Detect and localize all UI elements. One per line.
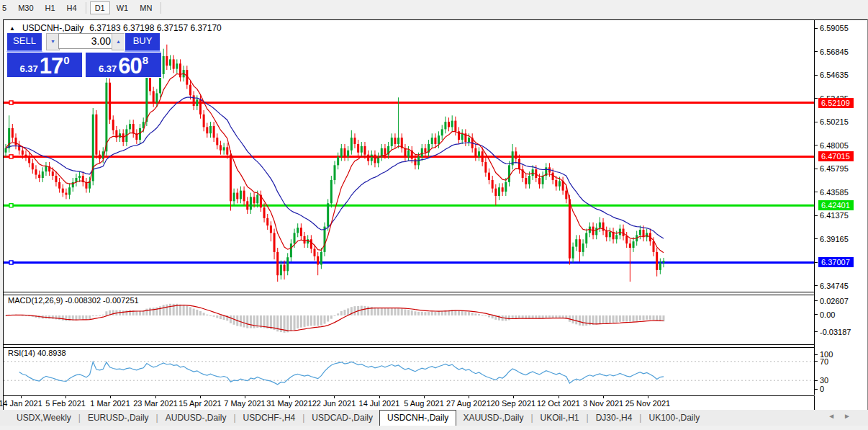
- macd-signal-line: [6, 305, 664, 331]
- timeframe-button-mn[interactable]: MN: [135, 1, 157, 14]
- date-axis-tick: [110, 396, 111, 398]
- chart-window[interactable]: ▲ USDCNH-,Daily 6.37183 6.37198 6.37157 …: [3, 19, 868, 411]
- tab-separator: |: [530, 413, 533, 423]
- price-axis-tick: 6.45795: [815, 164, 849, 173]
- buy-price-display[interactable]: 6.37 60 8: [85, 52, 162, 78]
- line-anchor-handle[interactable]: [9, 204, 13, 207]
- one-click-trade-panel: SELL ▼ 3.00 ▲ BUY 6.37 17 0 6.37 60 8: [6, 32, 161, 76]
- tab-separator: |: [587, 413, 589, 423]
- candles: [5, 45, 665, 282]
- line-price-tag: 6.52109: [818, 98, 854, 108]
- tab-uk100-daily[interactable]: UK100-,Daily: [642, 411, 706, 425]
- date-axis-tick: [559, 396, 559, 398]
- tab-ukoil-h1[interactable]: UKOil-,H1: [534, 411, 586, 425]
- price-chart-pane[interactable]: ▲ USDCNH-,Daily 6.37183 6.37198 6.37157 …: [4, 20, 815, 292]
- tab-audusd-daily[interactable]: AUDUSD-,Daily: [159, 411, 233, 425]
- date-axis-tick: [379, 396, 380, 398]
- chart-header: ▲ USDCNH-,Daily 6.37183 6.37198 6.37157 …: [9, 23, 222, 33]
- date-axis[interactable]: 14 Jan 20215 Feb 20211 Mar 202123 Mar 20…: [4, 395, 815, 411]
- timeframe-button-w1[interactable]: W1: [112, 1, 134, 14]
- macd-label: MACD(12,26,9) -0.008302 -0.007251: [8, 296, 139, 305]
- date-axis-label: 25 Nov 2021: [619, 399, 677, 408]
- line-price-tag: 6.47015: [818, 151, 854, 161]
- rsi-chart: [4, 347, 814, 395]
- trading-app-window: 5M30H1H4D1W1MN ▲ USDCNH-,Daily 6.37183 6…: [0, 0, 868, 430]
- macd-axis-tick: 0.02607: [815, 297, 849, 305]
- toolbar-separator: [86, 2, 86, 14]
- price-axis[interactable]: 6.590556.568456.546356.524256.502156.480…: [815, 20, 867, 410]
- rsi-label: RSI(14) 40.8938: [8, 349, 66, 357]
- price-axis-tick: 6.54635: [815, 71, 849, 79]
- line-anchor-handle[interactable]: [9, 155, 13, 158]
- tab-scroll-nav: ◄►: [828, 412, 859, 420]
- rsi-axis-tick: 0: [815, 385, 824, 393]
- date-axis-tick: [65, 396, 66, 398]
- chart-expand-icon[interactable]: ▲: [9, 25, 15, 32]
- price-axis-tick: 6.39165: [815, 235, 849, 243]
- line-price-tag: 6.42401: [818, 200, 854, 210]
- rsi-axis-tick: 30: [815, 376, 828, 385]
- tab-usdcad-daily[interactable]: USDCAD-,Daily: [305, 411, 379, 425]
- chart-tab-bar: USDX,Weekly|EURUSD-,Daily|AUDUSD-,Daily|…: [0, 410, 868, 426]
- volume-input[interactable]: 3.00: [58, 33, 116, 49]
- macd-indicator-pane[interactable]: MACD(12,26,9) -0.008302 -0.007251: [4, 295, 815, 344]
- tab-xauusd-daily[interactable]: XAUUSD-,Daily: [456, 411, 530, 425]
- tab-separator: |: [639, 413, 641, 423]
- date-axis-tick: [424, 396, 425, 398]
- tab-usdcnh-daily[interactable]: USDCNH-,Daily: [379, 410, 456, 426]
- buy-price-pip: 8: [143, 54, 148, 66]
- sell-price-main: 17: [40, 55, 63, 76]
- timeframe-button-h4[interactable]: H4: [62, 1, 82, 14]
- price-axis-tick: 6.34745: [815, 282, 849, 290]
- rsi-indicator-pane[interactable]: RSI(14) 40.8938: [4, 347, 815, 395]
- tab-separator: |: [233, 413, 235, 423]
- timeframe-button-m30[interactable]: M30: [13, 1, 38, 14]
- sell-button[interactable]: SELL: [6, 32, 42, 52]
- tab-dj30-h4[interactable]: DJ30-,H4: [589, 411, 639, 425]
- chart-symbol-label: USDCNH-,Daily: [22, 23, 83, 33]
- line-anchor-handle[interactable]: [9, 101, 13, 104]
- macd-axis-tick: -0.03187: [815, 328, 851, 336]
- triangle-up-icon: ▲: [116, 39, 121, 44]
- price-axis-tick: 6.43585: [815, 188, 849, 197]
- date-axis-tick: [334, 396, 335, 398]
- price-axis-tick: 6.48005: [815, 141, 849, 150]
- sell-price-display[interactable]: 6.37 17 0: [6, 52, 83, 78]
- line-price-tag: 6.37007: [818, 257, 854, 267]
- macd-axis-tick: 0.00: [815, 310, 835, 319]
- tab-separator: |: [302, 413, 304, 423]
- chart-ohlc-quotes: 6.37183 6.37198 6.37157 6.37170: [89, 23, 222, 33]
- tab-separator: |: [156, 413, 158, 423]
- date-axis-tick: [155, 396, 156, 398]
- tab-separator: |: [78, 413, 81, 423]
- date-axis-tick: [603, 396, 604, 398]
- horizontal-level-lines[interactable]: [4, 101, 814, 264]
- price-axis-tick: 6.50215: [815, 117, 849, 126]
- timeframe-button-d1[interactable]: D1: [90, 1, 110, 14]
- buy-price-prefix: 6.37: [99, 63, 117, 74]
- volume-increase-button[interactable]: ▲: [112, 33, 125, 50]
- line-anchor-handle[interactable]: [9, 261, 13, 264]
- timeframe-toolbar: 5M30H1H4D1W1MN: [0, 0, 868, 16]
- price-axis-tick: 6.59055: [815, 24, 849, 32]
- toolbar-separator: [161, 2, 161, 14]
- tab-usdchf-h4[interactable]: USDCHF-,H4: [237, 411, 302, 425]
- date-axis-tick: [469, 396, 469, 398]
- tab-scroll-left-icon[interactable]: ◄: [828, 412, 844, 420]
- tab-eurusd-daily[interactable]: EURUSD-,Daily: [81, 411, 155, 425]
- price-axis-tick: 6.41375: [815, 211, 849, 220]
- date-axis-tick: [648, 396, 648, 398]
- tab-scroll-right-icon[interactable]: ►: [844, 412, 859, 420]
- price-axis-tick: 6.56845: [815, 48, 849, 56]
- date-axis-tick: [21, 396, 22, 398]
- rsi-axis-tick: 70: [815, 357, 828, 366]
- timeframe-button-5[interactable]: 5: [0, 1, 12, 14]
- buy-price-main: 60: [118, 55, 141, 76]
- buy-button[interactable]: BUY: [125, 32, 161, 52]
- sell-price-pip: 0: [63, 54, 69, 66]
- date-axis-tick: [289, 396, 290, 398]
- tab-usdx-weekly[interactable]: USDX,Weekly: [10, 411, 78, 425]
- sell-price-prefix: 6.37: [19, 63, 37, 74]
- rsi-line: [19, 362, 664, 384]
- timeframe-button-h1[interactable]: H1: [40, 1, 60, 14]
